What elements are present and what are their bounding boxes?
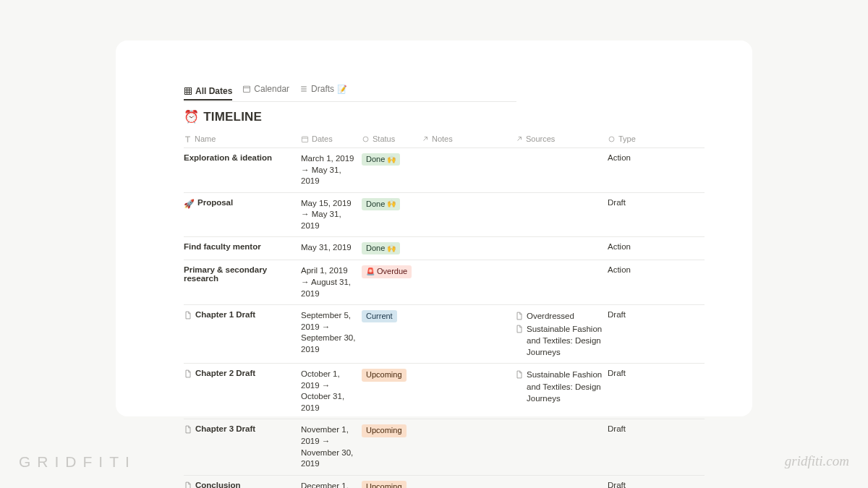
cell-name[interactable]: Chapter 3 Draft [184, 419, 301, 474]
cell-notes[interactable] [421, 193, 515, 237]
cell-sources[interactable]: Overdressed Sustainable Fashion and Text… [515, 305, 608, 363]
cell-status[interactable]: 🚨Overdue [362, 260, 421, 304]
col-notes-label: Notes [432, 134, 453, 143]
cell-notes[interactable] [421, 305, 515, 363]
cell-type[interactable]: Draft [608, 193, 651, 237]
cell-sources[interactable]: Sustainable Fashion and Textiles: Design… [515, 364, 608, 419]
cell-notes[interactable] [421, 364, 515, 419]
cell-name[interactable]: Exploration & ideation [184, 148, 301, 192]
status-text: Done [366, 243, 385, 254]
cell-status[interactable]: Done🙌 [362, 193, 421, 237]
status-text: Done [366, 154, 385, 165]
cell-dates[interactable]: March 1, 2019 → May 31, 2019 [301, 148, 362, 192]
cell-type[interactable]: Draft [608, 476, 651, 488]
cell-sources[interactable] [515, 260, 608, 304]
cell-name[interactable]: Chapter 1 Draft [184, 305, 301, 363]
cell-dates[interactable]: October 1, 2019 → October 31, 2019 [301, 364, 362, 419]
cell-type[interactable]: Action [608, 148, 651, 192]
cell-notes[interactable] [421, 148, 515, 192]
cell-status[interactable]: Upcoming [362, 364, 421, 419]
cell-name[interactable]: Chapter 2 Draft [184, 364, 301, 419]
cell-type[interactable]: Draft [608, 305, 651, 363]
table-row[interactable]: ConclusionDecember 1, 2019 → December 31… [184, 476, 705, 488]
status-text: Current [366, 311, 393, 322]
row-name-text: Proposal [197, 198, 233, 207]
cell-type[interactable]: Draft [608, 419, 651, 474]
table-row[interactable]: Chapter 3 DraftNovember 1, 2019 → Novemb… [184, 419, 705, 475]
col-notes[interactable]: Notes [421, 130, 515, 147]
emoji-icon: 📝 [337, 85, 347, 94]
cell-type[interactable]: Draft [608, 364, 651, 419]
status-emoji-icon: 🙌 [387, 199, 396, 209]
tab-calendar[interactable]: Calendar [242, 84, 289, 97]
tab-drafts[interactable]: Drafts📝 [299, 84, 347, 97]
cell-sources[interactable] [515, 148, 608, 192]
cell-dates[interactable]: December 1, 2019 → December 31, 2019 [301, 476, 362, 488]
source-link[interactable]: Sustainable Fashion and Textiles: Design… [515, 369, 603, 403]
status-text: Upcoming [366, 481, 402, 488]
cell-name[interactable]: Conclusion [184, 476, 301, 488]
cell-dates[interactable]: May 15, 2019 → May 31, 2019 [301, 193, 362, 237]
source-text: Sustainable Fashion and Textiles: Design… [527, 323, 603, 358]
row-name-text: Exploration & ideation [184, 153, 272, 162]
source-link[interactable]: Sustainable Fashion and Textiles: Design… [515, 323, 603, 358]
col-type[interactable]: Type [608, 130, 651, 147]
cell-notes[interactable] [421, 260, 515, 304]
cell-status[interactable]: Upcoming [362, 476, 421, 488]
cell-sources[interactable] [515, 193, 608, 237]
table-icon [184, 87, 192, 95]
cell-dates[interactable]: April 1, 2019 → August 31, 2019 [301, 260, 362, 304]
col-name[interactable]: Name [184, 130, 301, 147]
cell-sources[interactable] [515, 419, 608, 474]
page-icon [515, 312, 524, 320]
cell-name[interactable]: Find faculty mentor [184, 237, 301, 260]
cell-notes[interactable] [421, 476, 515, 488]
table-row[interactable]: 🚀ProposalMay 15, 2019 → May 31, 2019Done… [184, 193, 705, 238]
tab-all-dates[interactable]: All Dates [184, 86, 232, 100]
arrow-up-right-icon [515, 135, 523, 143]
cell-type[interactable]: Action [608, 260, 651, 304]
cell-status[interactable]: Current [362, 305, 421, 363]
col-sources-label: Sources [526, 134, 555, 143]
source-link[interactable]: Overdressed [515, 310, 574, 322]
cell-name[interactable]: Primary & secondary research [184, 260, 301, 304]
cell-type[interactable]: Action [608, 237, 651, 260]
cell-sources[interactable] [515, 237, 608, 260]
table-row[interactable]: Find faculty mentorMay 31, 2019Done🙌Acti… [184, 237, 705, 260]
status-badge: Done🙌 [362, 242, 400, 254]
col-dates-label: Dates [312, 134, 333, 143]
cell-dates[interactable]: November 1, 2019 → November 30, 2019 [301, 419, 362, 474]
cell-dates[interactable]: May 31, 2019 [301, 237, 362, 260]
cell-sources[interactable] [515, 476, 608, 488]
svg-point-13 [609, 137, 614, 142]
arrow-up-right-icon [421, 135, 429, 143]
cell-dates[interactable]: September 5, 2019 → September 30, 2019 [301, 305, 362, 363]
table-header-row: Name Dates Status Notes [184, 130, 705, 148]
svg-point-12 [363, 137, 368, 142]
table-row[interactable]: Chapter 2 DraftOctober 1, 2019 → October… [184, 364, 705, 419]
status-badge: 🚨Overdue [362, 265, 412, 278]
cell-notes[interactable] [421, 237, 515, 260]
cell-notes[interactable] [421, 419, 515, 474]
col-type-label: Type [618, 134, 636, 143]
svg-rect-5 [244, 86, 250, 92]
select-icon [608, 135, 616, 143]
status-emoji-icon: 🙌 [387, 155, 396, 165]
row-name-text: Conclusion [195, 481, 241, 488]
col-dates[interactable]: Dates [301, 130, 362, 147]
page-icon [184, 369, 192, 378]
col-status[interactable]: Status [362, 130, 421, 147]
cell-name[interactable]: 🚀Proposal [184, 193, 301, 237]
status-badge: Done🙌 [362, 198, 400, 210]
select-icon [362, 135, 370, 143]
table-row[interactable]: Exploration & ideationMarch 1, 2019 → Ma… [184, 148, 705, 193]
cell-status[interactable]: Done🙌 [362, 237, 421, 260]
tab-label: Calendar [254, 84, 289, 94]
footer-brand: GRIDFITI [19, 453, 136, 471]
table-row[interactable]: Chapter 1 DraftSeptember 5, 2019 → Septe… [184, 305, 705, 364]
col-sources[interactable]: Sources [515, 130, 608, 147]
status-badge: Current [362, 310, 397, 322]
table-row[interactable]: Primary & secondary researchApril 1, 201… [184, 260, 705, 305]
cell-status[interactable]: Upcoming [362, 419, 421, 474]
cell-status[interactable]: Done🙌 [362, 148, 421, 192]
